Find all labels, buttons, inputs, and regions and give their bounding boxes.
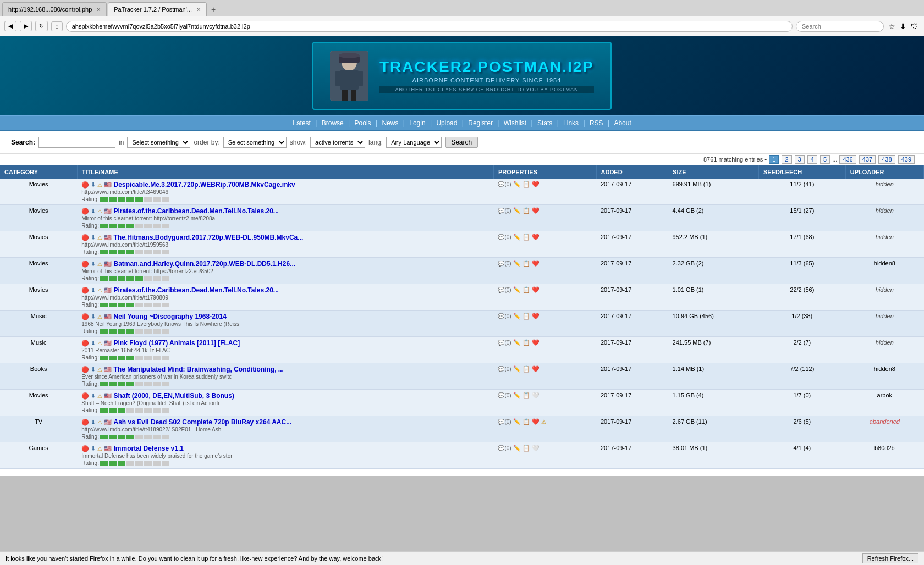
- tab-1-close[interactable]: ✕: [96, 7, 101, 13]
- nav-bar: Latest | Browse | Pools | News | Login |…: [0, 115, 924, 131]
- heart-icon[interactable]: ❤️: [532, 418, 540, 425]
- uploader-name: hidden: [876, 286, 894, 293]
- page-1[interactable]: 1: [769, 155, 779, 164]
- edit-icon[interactable]: ✏️: [513, 418, 521, 425]
- heart-icon[interactable]: 🤍: [532, 445, 540, 452]
- title-link[interactable]: Despicable.Me.3.2017.720p.WEBRip.700MB.M…: [114, 181, 295, 189]
- title-link[interactable]: Batman.and.Harley.Quinn.2017.720p.WEB-DL…: [114, 260, 296, 268]
- torrent-subtext: Ever since American prisoners of war in …: [81, 374, 489, 380]
- title-link[interactable]: The Manipulated Mind: Brainwashing, Cond…: [114, 365, 284, 373]
- heart-icon[interactable]: ❤️: [532, 181, 540, 188]
- col-title: TITLE/NAME: [77, 165, 493, 179]
- bookmark-icon[interactable]: ☆: [887, 21, 897, 32]
- flag-warn-icon: ⚠: [97, 261, 102, 267]
- browser-tab-2[interactable]: PaTracker 1.7.2 / Postman'... ✕: [108, 2, 207, 16]
- nav-news[interactable]: News: [380, 119, 400, 127]
- search-in-select[interactable]: Select something Title Description: [127, 137, 190, 148]
- new-tab-button[interactable]: +: [208, 4, 219, 15]
- flag-icon: 🇺🇸: [104, 340, 112, 346]
- heart-icon[interactable]: ❤️: [532, 234, 540, 241]
- page-438[interactable]: 438: [878, 155, 895, 164]
- heart-icon[interactable]: ❤️: [532, 339, 540, 346]
- copy-icon[interactable]: 📋: [522, 260, 530, 267]
- page-439[interactable]: 439: [898, 155, 915, 164]
- copy-icon[interactable]: 📋: [522, 181, 530, 188]
- edit-icon[interactable]: ✏️: [513, 392, 521, 399]
- page-2[interactable]: 2: [782, 155, 791, 164]
- title-link[interactable]: Neil Young ~Discography 1968-2014: [114, 313, 227, 320]
- heart-icon[interactable]: ❤️: [532, 286, 540, 293]
- shield-icon[interactable]: 🛡: [910, 21, 920, 32]
- nav-register[interactable]: Register: [466, 119, 495, 127]
- edit-icon[interactable]: ✏️: [513, 339, 521, 346]
- heart-icon[interactable]: ❤️: [532, 260, 540, 267]
- copy-icon[interactable]: 📋: [522, 418, 530, 425]
- nav-latest[interactable]: Latest: [290, 119, 313, 127]
- title-cell: 🔴 ⬇ ⚠ 🇺🇸 Batman.and.Harley.Quinn.2017.72…: [77, 258, 493, 284]
- edit-icon[interactable]: ✏️: [513, 313, 521, 320]
- nav-stats[interactable]: Stats: [535, 119, 554, 127]
- copy-icon[interactable]: 📋: [522, 286, 530, 293]
- nav-links[interactable]: Links: [561, 119, 581, 127]
- edit-icon[interactable]: ✏️: [513, 181, 521, 188]
- page-5[interactable]: 5: [820, 155, 830, 164]
- nav-upload[interactable]: Upload: [434, 119, 459, 127]
- copy-icon[interactable]: 📋: [522, 445, 530, 452]
- edit-icon[interactable]: ✏️: [513, 234, 521, 241]
- heart-icon[interactable]: ❤️: [532, 365, 540, 373]
- page-436[interactable]: 436: [839, 155, 856, 164]
- nav-login[interactable]: Login: [407, 119, 427, 127]
- page-3[interactable]: 3: [795, 155, 805, 164]
- forward-button[interactable]: ▶: [20, 21, 32, 31]
- reload-button[interactable]: ↻: [35, 21, 48, 31]
- copy-icon[interactable]: 📋: [522, 339, 530, 346]
- edit-icon[interactable]: ✏️: [513, 207, 521, 214]
- nav-about[interactable]: About: [612, 119, 633, 127]
- tab-2-close[interactable]: ✕: [196, 7, 201, 13]
- nav-pools[interactable]: Pools: [353, 119, 373, 127]
- comment-count: 💬(0): [498, 392, 511, 398]
- copy-icon[interactable]: 📋: [522, 365, 530, 373]
- flag-icon: 🇺🇸: [104, 287, 112, 293]
- title-cell: 🔴 ⬇ ⚠ 🇺🇸 Shaft (2000, DE,EN,MultiSub, 3 …: [77, 390, 493, 416]
- edit-icon[interactable]: ✏️: [513, 365, 521, 373]
- title-link[interactable]: Pink Floyd (1977) Animals [2011] [FLAC]: [114, 339, 240, 347]
- rating-green-bar: [118, 197, 125, 202]
- heart-icon[interactable]: ❤️: [532, 313, 540, 320]
- copy-icon[interactable]: 📋: [522, 207, 530, 214]
- title-link[interactable]: The.Hitmans.Bodyguard.2017.720p.WEB-DL.9…: [114, 234, 304, 241]
- url-input[interactable]: [66, 21, 793, 32]
- download-icon[interactable]: ⬇: [899, 21, 908, 32]
- search-lang-select[interactable]: Any Language English German: [386, 137, 442, 148]
- title-link[interactable]: Immortal Defense v1.1: [114, 445, 184, 452]
- copy-icon[interactable]: 📋: [522, 234, 530, 241]
- tab-2-title: PaTracker 1.7.2 / Postman'...: [114, 6, 192, 13]
- copy-icon[interactable]: 📋: [522, 313, 530, 320]
- properties-cell: 💬(0) ✏️ 📋 ❤️ ⚠: [493, 416, 596, 442]
- heart-icon[interactable]: 🤍: [532, 392, 540, 399]
- browser-tab-1[interactable]: http://192.168...080/control.php ✕: [2, 2, 107, 16]
- nav-browse[interactable]: Browse: [320, 119, 346, 127]
- nav-rss[interactable]: RSS: [587, 119, 606, 127]
- home-button[interactable]: ⌂: [51, 21, 63, 31]
- search-show-select[interactable]: active torrents all torrents dead torren…: [310, 137, 365, 148]
- nav-wishlist[interactable]: Wishlist: [502, 119, 529, 127]
- title-link[interactable]: Pirates.of.the.Caribbean.Dead.Men.Tell.N…: [114, 207, 279, 215]
- title-link[interactable]: Pirates.of.the.Caribbean.Dead.Men.Tell.N…: [114, 286, 279, 294]
- heart-icon[interactable]: ❤️: [532, 207, 540, 214]
- browser-search-input[interactable]: [796, 21, 884, 32]
- seedleech-cell: 11/3 (65): [758, 258, 845, 284]
- back-button[interactable]: ◀: [4, 21, 16, 31]
- page-4[interactable]: 4: [807, 155, 817, 164]
- search-button[interactable]: Search: [445, 137, 478, 148]
- edit-icon[interactable]: ✏️: [513, 445, 521, 452]
- edit-icon[interactable]: ✏️: [513, 286, 521, 293]
- search-order-select[interactable]: Select something Name Size: [223, 137, 287, 148]
- edit-icon[interactable]: ✏️: [513, 260, 521, 267]
- page-437[interactable]: 437: [859, 155, 876, 164]
- search-input[interactable]: [38, 137, 116, 148]
- title-link[interactable]: Ash vs Evil Dead S02 Complete 720p BluRa…: [114, 418, 292, 426]
- copy-icon[interactable]: 📋: [522, 392, 530, 399]
- uploader-cell: hidden8: [845, 258, 923, 284]
- title-link[interactable]: Shaft (2000, DE,EN,MultiSub, 3 Bonus): [114, 392, 234, 400]
